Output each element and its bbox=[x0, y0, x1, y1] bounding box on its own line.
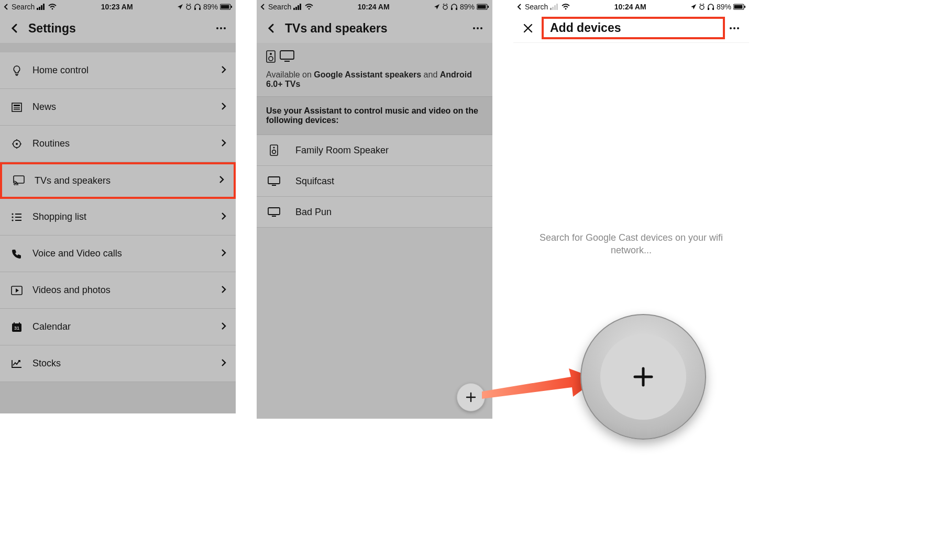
back-app-label[interactable]: Search bbox=[525, 3, 548, 11]
svg-point-11 bbox=[216, 27, 218, 29]
headphones-icon bbox=[707, 4, 714, 10]
device-label: Bad Pun bbox=[295, 207, 332, 218]
svg-point-44 bbox=[273, 147, 274, 148]
svg-point-60 bbox=[733, 27, 735, 29]
wifi-icon bbox=[48, 4, 57, 10]
chevron-right-icon bbox=[221, 322, 226, 332]
svg-point-45 bbox=[272, 150, 276, 154]
row-label: Shopping list bbox=[32, 211, 221, 222]
back-app-label[interactable]: Search bbox=[12, 3, 35, 11]
svg-rect-34 bbox=[478, 5, 486, 9]
signal-icon bbox=[550, 4, 559, 10]
headphones-icon bbox=[450, 4, 458, 10]
section-gap bbox=[0, 43, 236, 52]
svg-point-36 bbox=[473, 27, 475, 29]
cast-icon bbox=[12, 173, 26, 188]
back-app-label[interactable]: Search bbox=[268, 3, 291, 11]
svg-point-29 bbox=[309, 8, 310, 10]
svg-rect-27 bbox=[298, 5, 299, 10]
svg-rect-7 bbox=[199, 8, 201, 10]
battery-pct: 89% bbox=[460, 3, 475, 11]
status-bar: Search 10:24 AM 89% bbox=[257, 0, 492, 14]
status-bar: Search 10:24 AM 89% bbox=[513, 0, 749, 14]
row-label: News bbox=[32, 102, 221, 113]
play-icon bbox=[9, 283, 24, 298]
row-stocks[interactable]: Stocks bbox=[0, 345, 236, 382]
row-calendar[interactable]: 31 Calendar bbox=[0, 309, 236, 345]
svg-rect-49 bbox=[552, 7, 554, 10]
svg-rect-50 bbox=[554, 5, 556, 10]
row-voice-video-calls[interactable]: Voice and Video calls bbox=[0, 236, 236, 272]
svg-point-38 bbox=[480, 27, 482, 29]
battery-pct: 89% bbox=[717, 3, 731, 11]
alarm-icon bbox=[442, 4, 448, 10]
svg-rect-46 bbox=[268, 177, 280, 184]
row-home-control[interactable]: Home control bbox=[0, 52, 236, 89]
device-label: Squifcast bbox=[295, 176, 334, 187]
svg-point-5 bbox=[186, 5, 191, 9]
overflow-menu[interactable] bbox=[212, 19, 230, 38]
tv-icon bbox=[280, 50, 294, 65]
alarm-icon bbox=[185, 4, 192, 10]
speaker-icon bbox=[266, 50, 276, 65]
row-videos-photos[interactable]: Videos and photos bbox=[0, 272, 236, 309]
svg-rect-58 bbox=[744, 6, 745, 8]
header: Add devices bbox=[513, 14, 749, 43]
svg-point-40 bbox=[270, 53, 272, 55]
row-label: Videos and photos bbox=[32, 285, 221, 296]
device-squifcast[interactable]: Squifcast bbox=[257, 166, 492, 197]
svg-rect-48 bbox=[550, 8, 552, 10]
svg-rect-42 bbox=[280, 51, 294, 59]
back-button[interactable] bbox=[5, 19, 24, 38]
row-label: Stocks bbox=[32, 358, 221, 369]
battery-icon bbox=[477, 4, 489, 10]
svg-rect-10 bbox=[231, 6, 232, 8]
page-title: Settings bbox=[28, 21, 212, 36]
row-shopping-list[interactable]: Shopping list bbox=[0, 199, 236, 236]
add-device-fab-zoom[interactable] bbox=[580, 314, 706, 440]
svg-point-20 bbox=[12, 216, 13, 218]
row-routines[interactable]: Routines bbox=[0, 126, 236, 162]
svg-rect-28 bbox=[300, 4, 301, 10]
svg-rect-32 bbox=[456, 8, 457, 10]
list-icon bbox=[9, 210, 24, 225]
location-icon bbox=[434, 4, 440, 10]
row-tvs-speakers[interactable]: TVs and speakers bbox=[0, 162, 236, 199]
close-button[interactable] bbox=[519, 19, 537, 38]
location-icon bbox=[177, 4, 183, 10]
back-app-icon bbox=[260, 4, 266, 10]
svg-rect-1 bbox=[39, 7, 40, 10]
clock: 10:23 AM bbox=[101, 3, 133, 11]
page-title: TVs and speakers bbox=[285, 21, 468, 36]
svg-rect-6 bbox=[194, 8, 196, 10]
avail-b1: Google Assistant speakers bbox=[314, 70, 421, 79]
overflow-menu[interactable] bbox=[725, 19, 744, 38]
svg-text:31: 31 bbox=[14, 326, 19, 331]
battery-icon bbox=[220, 4, 233, 10]
device-family-room-speaker[interactable]: Family Room Speaker bbox=[257, 135, 492, 166]
signal-icon bbox=[293, 4, 303, 10]
add-device-fab[interactable] bbox=[457, 383, 485, 411]
search-message: Search for Google Cast devices on your w… bbox=[513, 231, 749, 257]
clock: 10:24 AM bbox=[614, 3, 646, 11]
clock: 10:24 AM bbox=[358, 3, 390, 11]
svg-point-4 bbox=[52, 8, 53, 10]
device-bad-pun[interactable]: Bad Pun bbox=[257, 197, 492, 228]
wifi-icon bbox=[562, 4, 570, 10]
svg-rect-51 bbox=[556, 4, 558, 10]
svg-rect-3 bbox=[43, 4, 45, 10]
svg-point-59 bbox=[730, 27, 732, 29]
svg-point-30 bbox=[443, 5, 447, 9]
svg-rect-25 bbox=[293, 8, 295, 10]
alarm-icon bbox=[699, 4, 705, 10]
devices-subheader: Use your Assistant to control music and … bbox=[257, 97, 492, 135]
back-app-icon bbox=[516, 4, 523, 10]
device-label: Family Room Speaker bbox=[295, 145, 389, 156]
svg-rect-55 bbox=[712, 8, 714, 10]
svg-point-19 bbox=[12, 213, 13, 215]
overflow-menu[interactable] bbox=[468, 19, 487, 38]
svg-rect-57 bbox=[734, 5, 743, 9]
row-news[interactable]: News bbox=[0, 89, 236, 126]
back-button[interactable] bbox=[262, 19, 281, 38]
settings-list: Home control News Routines TVs and speak… bbox=[0, 43, 236, 413]
